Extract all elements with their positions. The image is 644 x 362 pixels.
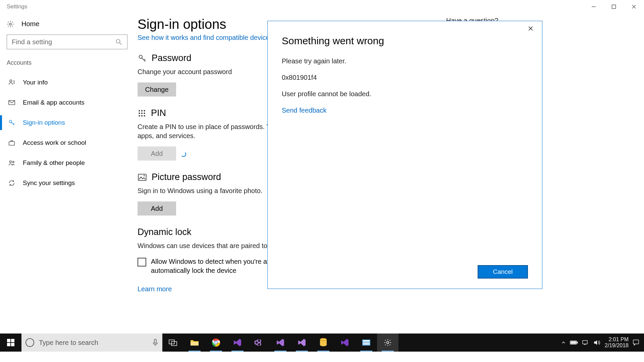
add-pin-button[interactable]: Add — [138, 146, 176, 161]
sidebar-section-header: Accounts — [7, 59, 127, 66]
taskbar-app-visual-studio-1[interactable] — [227, 334, 248, 352]
sidebar-item-label: Access work or school — [23, 139, 86, 146]
svg-point-23 — [139, 115, 140, 116]
section-title: Password — [152, 53, 192, 63]
svg-rect-40 — [363, 340, 370, 342]
svg-rect-44 — [577, 342, 578, 343]
gear-icon — [7, 20, 15, 28]
taskbar: Type here to search — [0, 334, 644, 352]
taskbar-app-visual-studio-2[interactable] — [270, 334, 291, 352]
sidebar-item-label: Family & other people — [23, 159, 85, 167]
sidebar-item-your-info[interactable]: Your info — [7, 72, 127, 93]
svg-point-25 — [144, 115, 145, 116]
checkbox-icon — [138, 258, 146, 266]
sidebar-item-label: Email & app accounts — [23, 99, 85, 106]
windows-logo-icon — [7, 339, 14, 346]
cortana-search[interactable]: Type here to search — [21, 334, 162, 352]
svg-point-24 — [141, 115, 143, 116]
dialog-title: Something went wrong — [282, 35, 528, 47]
dialog-error-code: 0x801901f4 — [282, 74, 528, 81]
svg-rect-32 — [171, 342, 177, 346]
dialog-message: Please try again later. — [282, 57, 528, 65]
sidebar-item-work[interactable]: Access work or school — [7, 133, 127, 153]
svg-point-22 — [144, 112, 145, 114]
close-button[interactable] — [624, 0, 644, 13]
cortana-placeholder: Type here to search — [39, 339, 98, 347]
briefcase-icon — [8, 139, 16, 146]
svg-rect-33 — [191, 342, 199, 346]
window-controls — [584, 0, 644, 13]
task-icons — [162, 334, 398, 352]
task-view-button[interactable] — [162, 334, 184, 352]
tray-network-icon[interactable] — [582, 340, 589, 346]
taskbar-app-vs-infinity[interactable] — [248, 334, 270, 352]
taskbar-app-settings[interactable] — [377, 334, 398, 352]
dialog-close-button[interactable] — [528, 26, 536, 31]
add-picture-password-button[interactable]: Add — [138, 201, 176, 216]
svg-point-36 — [215, 342, 217, 344]
start-button[interactable] — [0, 334, 21, 352]
send-feedback-link[interactable]: Send feedback — [282, 107, 528, 114]
error-dialog: Something went wrong Please try again la… — [267, 21, 542, 289]
taskbar-app-chrome[interactable] — [205, 334, 227, 352]
key-icon — [8, 119, 16, 126]
tray-chevron-up-icon[interactable] — [561, 340, 566, 345]
taskbar-app-sql[interactable] — [313, 334, 334, 352]
pinpad-icon — [138, 109, 146, 118]
svg-point-5 — [116, 40, 120, 43]
maximize-button[interactable] — [604, 0, 624, 13]
svg-point-12 — [9, 120, 12, 123]
svg-rect-26 — [138, 174, 146, 180]
sidebar-item-sync[interactable]: Sync your settings — [7, 173, 127, 193]
search-input[interactable]: Find a setting — [7, 35, 127, 49]
cortana-icon — [25, 338, 34, 347]
home-link[interactable]: Home — [7, 20, 127, 28]
window-title: Settings — [7, 3, 27, 10]
taskbar-clock[interactable]: 2:01 PM 2/19/2018 — [605, 337, 629, 349]
tray-volume-icon[interactable] — [593, 340, 601, 346]
svg-point-19 — [144, 110, 145, 111]
sidebar-item-email[interactable]: Email & app accounts — [7, 93, 127, 113]
section-title: PIN — [151, 108, 166, 118]
section-title: Picture password — [152, 172, 221, 182]
search-icon — [115, 38, 122, 46]
svg-point-17 — [139, 110, 140, 111]
svg-rect-1 — [612, 5, 616, 9]
sidebar-item-family[interactable]: Family & other people — [7, 153, 127, 173]
mail-icon — [8, 99, 16, 106]
taskbar-app-visual-studio-3[interactable] — [291, 334, 313, 352]
people-icon — [8, 159, 16, 167]
tray-battery-icon[interactable] — [570, 340, 578, 345]
svg-rect-31 — [169, 340, 174, 344]
svg-point-21 — [141, 112, 143, 114]
home-label: Home — [21, 20, 39, 28]
svg-rect-13 — [9, 141, 15, 145]
picture-icon — [138, 173, 147, 182]
dialog-cancel-button[interactable]: Cancel — [478, 265, 528, 279]
taskbar-app-visual-studio-4[interactable] — [334, 334, 356, 352]
svg-rect-47 — [633, 340, 639, 344]
svg-point-27 — [144, 175, 145, 176]
tray-notifications-icon[interactable] — [633, 339, 639, 346]
sidebar-item-signin[interactable]: Sign-in options — [7, 113, 127, 133]
search-placeholder: Find a setting — [12, 38, 52, 46]
svg-rect-45 — [571, 342, 576, 344]
taskbar-app-file-explorer[interactable] — [184, 334, 205, 352]
sidebar-item-label: Sync your settings — [23, 179, 75, 187]
svg-rect-30 — [154, 339, 156, 343]
key-icon — [138, 54, 147, 63]
svg-point-14 — [10, 161, 11, 163]
svg-point-42 — [387, 342, 389, 344]
svg-point-7 — [10, 80, 12, 82]
svg-point-20 — [139, 112, 140, 114]
sidebar: Home Find a setting Accounts Your info E… — [0, 13, 134, 344]
sidebar-item-label: Your info — [23, 79, 48, 86]
minimize-button[interactable] — [584, 0, 604, 13]
sidebar-item-label: Sign-in options — [23, 119, 65, 126]
taskbar-app-control-panel[interactable] — [356, 334, 377, 352]
person-icon — [8, 79, 16, 86]
system-tray: 2:01 PM 2/19/2018 — [556, 337, 644, 349]
loading-spinner-icon — [181, 152, 186, 157]
change-password-button[interactable]: Change — [138, 82, 176, 97]
dialog-detail: User profile cannot be loaded. — [282, 90, 528, 98]
